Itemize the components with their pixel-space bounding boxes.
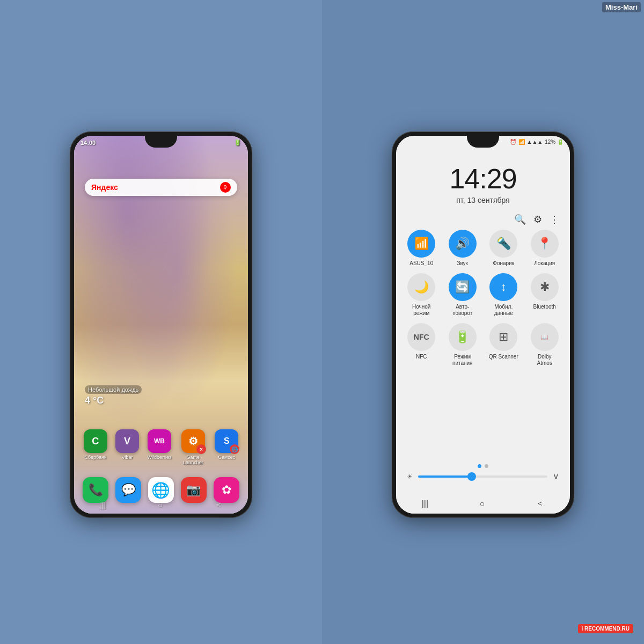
more-icon[interactable]: ⋮ — [550, 214, 559, 225]
right-screen: ⏰ 📶 ▲▲▲ 12% 🔋 14:29 пт, 13 сентября 🔍 ⚙ … — [396, 136, 570, 514]
qr-tile-label: QR Scanner — [489, 354, 518, 360]
flashlight-tile-icon: 🔦 — [489, 230, 517, 258]
left-battery: 🔋 — [234, 139, 241, 146]
recommend-badge: i RECOMMEND.RU — [578, 624, 633, 633]
signal-icon: ▲▲▲ — [527, 139, 543, 145]
tile-data[interactable]: ↕ Мобил.данные — [486, 273, 521, 317]
right-notch — [467, 136, 499, 148]
weather-condition: Небольшой дождь — [85, 385, 142, 394]
left-notch — [145, 136, 177, 148]
night-tile-icon: 🌙 — [407, 273, 435, 301]
search-icon[interactable]: 🔍 — [514, 214, 526, 225]
dot-1 — [478, 464, 481, 468]
dot-2 — [485, 464, 488, 468]
bluetooth-tile-icon: ✱ — [531, 273, 559, 301]
right-phone: ⏰ 📶 ▲▲▲ 12% 🔋 14:29 пт, 13 сентября 🔍 ⚙ … — [392, 131, 574, 518]
left-screen: 14:00 🔋 Яндекс 🎙 Небольшой дождь 4 °C С — [74, 136, 248, 514]
wifi-icon: 📶 — [518, 139, 525, 145]
dolby-tile-label: DolbyAtmos — [537, 354, 552, 367]
tile-night[interactable]: 🌙 Ночнойрежим — [404, 273, 439, 317]
tile-wifi[interactable]: 📶 ASUS_10 — [404, 230, 439, 267]
wifi-tile-label: ASUS_10 — [409, 260, 433, 267]
rotate-tile-icon: 🔄 — [449, 273, 477, 301]
power-tile-label: Режимпитания — [452, 354, 473, 367]
brightness-thumb[interactable] — [467, 472, 476, 481]
sound-tile-label: Звук — [457, 260, 468, 267]
clock: 14:29 — [396, 163, 570, 195]
yandex-search-bar[interactable]: Яндекс 🎙 — [85, 179, 237, 196]
app-game-launcher[interactable]: ⚙ × Game Launcher — [180, 429, 207, 465]
location-tile-label: Локация — [534, 260, 555, 267]
weather-widget: Небольшой дождь 4 °C — [85, 385, 142, 406]
left-phone: 14:00 🔋 Яндекс 🎙 Небольшой дождь 4 °C С — [70, 131, 252, 518]
app-wildberries[interactable]: WB Wildberries — [147, 429, 171, 465]
app-sberbank[interactable]: С Сбербанк — [84, 429, 107, 465]
time-display: 14:29 пт, 13 сентября — [396, 163, 570, 204]
right-nav-home[interactable]: ○ — [479, 499, 485, 509]
tile-dolby[interactable]: 📖 DolbyAtmos — [528, 323, 562, 367]
rotate-tile-label: Авто-поворот — [452, 304, 472, 317]
nav-back[interactable]: ＜ — [215, 500, 222, 510]
nav-recent[interactable]: ||| — [100, 501, 106, 509]
brightness-icon: ☀ — [407, 473, 413, 480]
nav-home[interactable]: ○ — [158, 501, 162, 509]
dolby-tile-icon: 📖 — [531, 323, 559, 351]
alarm-icon: ⏰ — [510, 139, 516, 145]
tile-rotate[interactable]: 🔄 Авто-поворот — [445, 273, 480, 317]
flashlight-tile-label: Фонарик — [493, 260, 514, 267]
tile-location[interactable]: 📍 Локация — [528, 230, 562, 267]
left-nav-bar: ||| ○ ＜ — [74, 499, 248, 511]
date: пт, 13 сентября — [396, 196, 570, 204]
tile-power[interactable]: 🔋 Режимпитания — [445, 323, 480, 367]
nfc-tile-label: NFC — [416, 354, 427, 360]
battery-percent: 12% 🔋 — [545, 139, 564, 145]
watermark: Miss-Mari — [602, 2, 641, 12]
bluetooth-tile-label: Bluetooth — [533, 304, 556, 310]
tile-nfc[interactable]: NFC NFC — [404, 323, 439, 367]
wifi-tile-icon: 📶 — [407, 230, 435, 258]
tile-bluetooth[interactable]: ✱ Bluetooth — [528, 273, 562, 317]
qr-tile-icon: ⊞ — [489, 323, 517, 351]
right-nav-back[interactable]: ＜ — [536, 498, 544, 509]
right-phone-container: ⏰ 📶 ▲▲▲ 12% 🔋 14:29 пт, 13 сентября 🔍 ⚙ … — [338, 21, 628, 628]
expand-icon[interactable]: ∨ — [553, 471, 559, 481]
location-tile-icon: 📍 — [531, 230, 559, 258]
night-tile-label: Ночнойрежим — [412, 304, 430, 317]
left-time: 14:00 — [80, 140, 96, 146]
right-nav-recent[interactable]: ||| — [422, 499, 428, 509]
brightness-slider[interactable] — [418, 475, 547, 478]
data-tile-icon: ↕ — [489, 273, 517, 301]
power-tile-icon: 🔋 — [449, 323, 477, 351]
settings-icon[interactable]: ⚙ — [533, 214, 542, 225]
weather-temp: 4 °C — [85, 395, 142, 406]
left-wallpaper: 14:00 🔋 Яндекс 🎙 Небольшой дождь 4 °C С — [74, 136, 248, 514]
app-samsung[interactable]: S 🌐 Самсес — [215, 429, 238, 465]
quick-settings-grid: 📶 ASUS_10 🔊 Звук 🔦 Фонарик 📍 Локация — [404, 230, 562, 367]
app-viber[interactable]: V Viber — [115, 429, 139, 465]
tile-flashlight[interactable]: 🔦 Фонарик — [486, 230, 521, 267]
yandex-logo: Яндекс — [91, 183, 118, 192]
brightness-fill — [418, 475, 470, 478]
mic-icon[interactable]: 🎙 — [220, 182, 231, 193]
brightness-row: ☀ ∨ — [407, 471, 559, 481]
tile-sound[interactable]: 🔊 Звук — [445, 230, 480, 267]
left-phone-container: 14:00 🔋 Яндекс 🎙 Небольшой дождь 4 °C С — [16, 21, 306, 628]
tile-qr[interactable]: ⊞ QR Scanner — [486, 323, 521, 367]
right-nav-bar: ||| ○ ＜ — [396, 498, 570, 509]
data-tile-label: Мобил.данные — [494, 304, 513, 317]
right-wallpaper: ⏰ 📶 ▲▲▲ 12% 🔋 14:29 пт, 13 сентября 🔍 ⚙ … — [396, 136, 570, 514]
qs-header: 🔍 ⚙ ⋮ — [407, 214, 559, 225]
page-dots — [396, 464, 570, 468]
app-grid: С Сбербанк V Viber WB Wildberries ⚙ — [79, 429, 243, 465]
nfc-tile-icon: NFC — [407, 323, 435, 351]
sound-tile-icon: 🔊 — [449, 230, 477, 258]
